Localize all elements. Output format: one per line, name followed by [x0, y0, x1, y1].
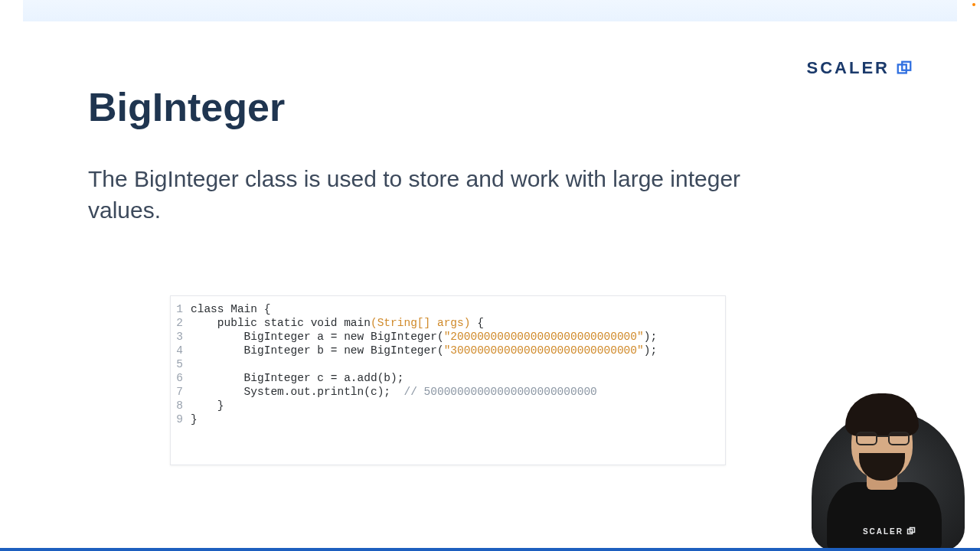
presenter-webcam: SCALER	[796, 375, 980, 551]
brand-name: SCALER	[807, 58, 890, 78]
bottom-edge	[0, 548, 980, 551]
line-number: 3	[171, 330, 191, 344]
code-content: }	[191, 399, 224, 412]
torso	[827, 482, 942, 551]
hair	[845, 393, 919, 436]
code-line: 9}	[171, 412, 725, 426]
person: SCALER	[819, 398, 942, 551]
code-line: 1class Main {	[171, 302, 725, 316]
line-number: 5	[171, 357, 191, 371]
code-content: System.out.println(c); // 50000000000000…	[191, 385, 597, 399]
code-content: class Main {	[191, 302, 270, 316]
line-number: 8	[171, 399, 191, 412]
code-line: 2 public static void main(String[] args)…	[171, 316, 725, 330]
code-content: BigInteger a = new BigInteger("200000000…	[191, 330, 657, 344]
line-number: 9	[171, 412, 191, 426]
page-title: BigInteger	[88, 84, 285, 130]
code-line: 3 BigInteger a = new BigInteger("2000000…	[171, 330, 725, 344]
code-content: }	[191, 412, 198, 426]
line-number: 1	[171, 302, 191, 316]
description-text: The BigInteger class is used to store an…	[88, 164, 762, 226]
brand-icon	[896, 60, 913, 77]
brand-logo: SCALER	[807, 58, 913, 78]
top-bar	[23, 0, 957, 21]
code-block: 1class Main {2 public static void main(S…	[170, 295, 726, 465]
line-number: 6	[171, 371, 191, 385]
code-line: 5	[171, 357, 725, 371]
indicator-dot	[972, 3, 975, 6]
code-content: BigInteger c = a.add(b);	[191, 371, 403, 385]
code-line: 8 }	[171, 399, 725, 412]
code-line: 4 BigInteger b = new BigInteger("3000000…	[171, 344, 725, 357]
code-line: 6 BigInteger c = a.add(b);	[171, 371, 725, 385]
line-number: 7	[171, 385, 191, 399]
beard	[859, 453, 905, 481]
code-content: public static void main(String[] args) {	[191, 316, 484, 330]
shirt-logo-text: SCALER	[863, 527, 903, 536]
shirt-logo: SCALER	[863, 527, 916, 536]
line-number: 2	[171, 316, 191, 330]
code-line: 7 System.out.println(c); // 500000000000…	[171, 385, 725, 399]
slide: SCALER BigInteger The BigInteger class i…	[0, 0, 980, 551]
glasses	[856, 432, 910, 445]
line-number: 4	[171, 344, 191, 357]
code-content: BigInteger b = new BigInteger("300000000…	[191, 344, 657, 357]
